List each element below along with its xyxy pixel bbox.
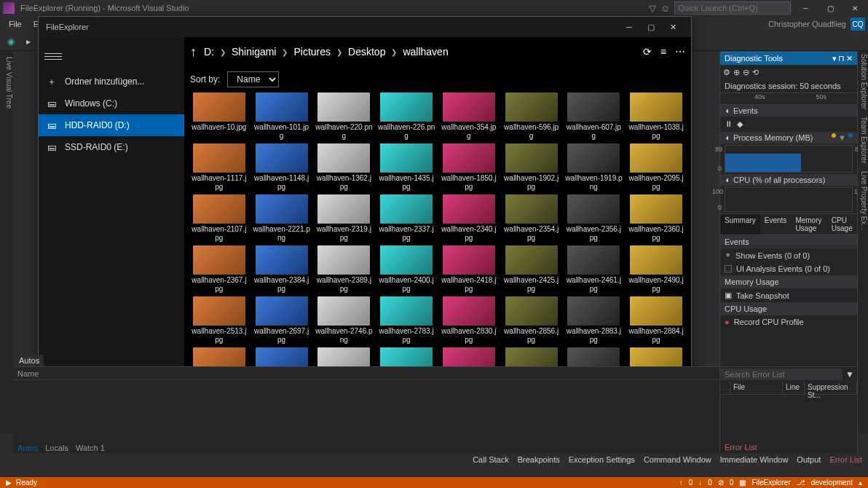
gear-icon[interactable]: ⚙ [723,68,730,77]
up-arrow-icon[interactable]: ↑ [190,44,197,60]
file-item[interactable]: wallhaven-2461.jpg [564,245,625,294]
file-item[interactable]: wallhaven-2356.jpg [564,194,625,243]
file-item[interactable]: wallhaven-1902.jpg [501,143,562,192]
fe-close-button[interactable]: ✕ [662,17,684,37]
drive-item-2[interactable]: 🖴SSD-RAID0 (E:) [39,136,184,158]
file-item[interactable]: wallhaven-2095.jpg [626,143,687,192]
file-item[interactable]: wallhaven-10.jpg [189,93,250,141]
file-item[interactable]: wallhaven-2783.jpg [376,296,437,345]
tab-summary[interactable]: Summary [720,214,760,235]
file-item[interactable]: wallhaven-101.jpg [251,93,312,141]
link-immediate[interactable]: Immediate Window [720,455,789,464]
live-visual-tree-tab[interactable]: Live Visual Tree [0,57,13,109]
tab-events[interactable]: Events [760,214,792,235]
restore-button[interactable]: ▢ [820,1,840,15]
reset-icon[interactable]: ⟲ [752,68,759,77]
file-item[interactable]: wallhaven-2400.jpg [376,245,437,294]
team-explorer-tab[interactable]: Team Explorer [858,117,868,163]
file-item[interactable]: wallhaven-226.png [376,93,437,141]
file-item[interactable]: wallhaven-2883.jpg [564,296,625,345]
signed-in-user[interactable]: Christopher Quadflieg [768,20,846,28]
mem-section-hdr[interactable]: ⏴Process Memory (MB) ▼ [720,132,857,143]
notification-flag-icon[interactable]: ▽ [649,3,656,14]
file-item[interactable]: wallhaven-2697.jpg [251,296,312,345]
error-list-tab[interactable]: Error List [720,441,762,453]
hamburger-icon[interactable] [44,53,62,60]
drive-item-1[interactable]: 🖴HDD-RAID0 (D:) [39,114,184,136]
autos-title[interactable]: Autos [15,355,44,366]
crumb-0[interactable]: D: [204,46,214,58]
close-button[interactable]: ✕ [845,1,865,15]
feedback-icon[interactable]: ☺ [660,3,670,14]
zoom-in-icon[interactable]: ⊕ [733,68,740,77]
error-search-input[interactable] [720,369,843,380]
cpu-section-hdr[interactable]: ⏴CPU (% of all processors) [720,174,857,186]
file-item[interactable]: wallhaven-354.jpg [438,93,500,141]
file-item[interactable]: wallhaven-2337.jpg [376,194,437,243]
file-item[interactable]: wallhaven-2354.jpg [501,194,562,243]
file-item[interactable]: wallhaven-2418.jpg [438,245,500,294]
status-branch[interactable]: development [811,479,853,487]
more-icon[interactable]: ⋯ [675,46,685,58]
fe-minimize-button[interactable]: ─ [618,17,640,37]
diamond-icon[interactable]: ◆ [737,119,743,129]
crumb-1[interactable]: Shinigami [232,46,276,58]
file-item[interactable]: wallhaven-220.png [314,93,375,141]
ui-events-row[interactable]: UI Analysis Events (0 of 0) [720,262,857,275]
tab-cpu[interactable]: CPU Usage [827,214,857,235]
link-exception[interactable]: Exception Settings [569,455,635,464]
file-item[interactable]: wallhaven-2107.jpg [189,194,250,243]
file-item[interactable]: wallhaven-2746.png [314,296,375,345]
file-item[interactable]: wallhaven-2425.jpg [501,245,562,294]
user-avatar[interactable]: CQ [851,17,865,31]
sort-dropdown[interactable]: Name [227,71,279,87]
file-item[interactable]: wallhaven-2340.jpg [438,194,500,243]
file-item[interactable]: wallhaven-2389.jpg [314,245,375,294]
refresh-icon[interactable]: ⟳ [643,46,652,58]
col-file[interactable]: File [730,382,783,394]
nav-back-icon[interactable]: ◉ [4,35,17,48]
pause-icon[interactable]: ⏸ [725,119,733,129]
fe-maximize-button[interactable]: ▢ [640,17,662,37]
snapshot-row[interactable]: ▣Take Snapshot [720,288,857,302]
minimize-button[interactable]: ─ [795,1,816,15]
events-section-hdr[interactable]: ⏴Events [720,105,857,117]
file-item[interactable]: wallhaven-1117.jpg [189,143,250,192]
file-item[interactable]: wallhaven-1038.jpg [626,93,687,141]
file-item[interactable]: wallhaven-2360.jpg [626,194,687,243]
status-project[interactable]: FileExplorer [751,479,790,487]
file-item[interactable]: wallhaven-1850.jpg [438,143,500,192]
link-command[interactable]: Command Window [644,455,711,464]
link-output[interactable]: Output [797,455,821,464]
tab-watch1[interactable]: Watch 1 [76,444,105,452]
drive-item-0[interactable]: 🖴Windows (C:) [39,93,184,114]
add-folder-item[interactable]: ＋ Ordner hinzufügen... [39,71,184,93]
tab-autos[interactable]: Autos [17,444,38,452]
menu-file[interactable]: File [3,18,28,30]
col-suppression[interactable]: Suppression St... [805,382,857,394]
crumb-3[interactable]: Desktop [348,46,385,58]
filter-icon[interactable]: ▼ [843,369,857,379]
file-item[interactable]: wallhaven-1435.jpg [376,143,437,192]
file-item[interactable]: wallhaven-2830.jpg [438,296,500,345]
diag-close-icon[interactable]: ✕ [846,54,853,63]
show-events-row[interactable]: ⚬Show Events (0 of 0) [720,248,857,262]
file-item[interactable]: wallhaven-1919.png [564,143,625,192]
checkbox-icon[interactable] [725,265,732,272]
file-item[interactable]: wallhaven-2513.jpg [189,296,250,345]
crumb-4[interactable]: wallhaven [403,46,448,58]
crumb-2[interactable]: Pictures [293,46,331,58]
nav-fwd-icon[interactable]: ▸ [22,35,35,48]
file-item[interactable]: wallhaven-1362.jpg [314,143,375,192]
tab-locals[interactable]: Locals [45,444,68,452]
file-item[interactable]: wallhaven-2490.jpg [626,245,687,294]
record-cpu-row[interactable]: ●Record CPU Profile [720,315,857,328]
link-breakpoints[interactable]: Breakpoints [518,455,560,464]
tab-memory[interactable]: Memory Usage [791,214,826,235]
live-property-tab[interactable]: Live Property Ex... [858,171,868,231]
diag-dropdown-icon[interactable]: ▾ [832,54,837,63]
zoom-out-icon[interactable]: ⊖ [743,68,749,77]
solution-explorer-tab[interactable]: Solution Explorer [858,54,868,109]
link-errorlist[interactable]: Error List [829,455,862,464]
file-item[interactable]: wallhaven-1148.jpg [251,143,312,192]
